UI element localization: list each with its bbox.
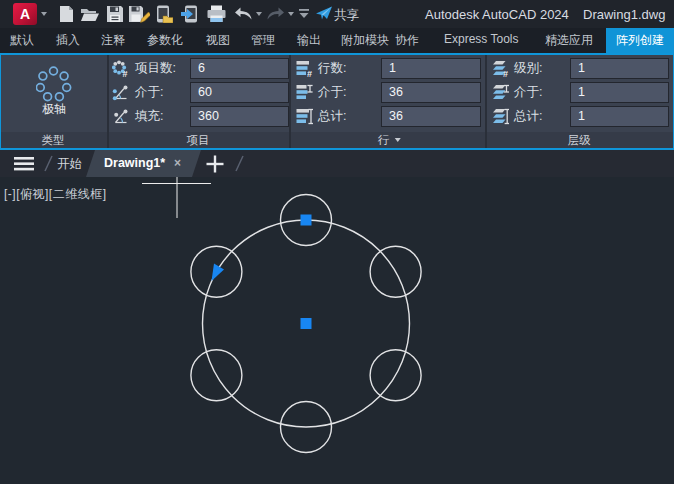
panel-title-levels-label: 层级 (568, 133, 591, 148)
row-count-label: 行数: (318, 58, 346, 79)
tab-addins[interactable]: 附加模块 (341, 32, 389, 49)
start-tab[interactable]: 开始 (57, 156, 82, 173)
save-icon[interactable] (106, 5, 125, 23)
level-count-input[interactable]: 1 (570, 58, 669, 79)
panel-title-levels[interactable]: 层级 (568, 132, 591, 148)
grip-direction-arrow[interactable] (212, 264, 225, 282)
redo-dropdown-icon[interactable] (288, 12, 294, 16)
angle-between-icon (112, 84, 129, 101)
svg-text:#: # (503, 69, 508, 78)
items-fill-angle-label: 填充: (135, 106, 163, 127)
level-total-label: 总计: (514, 106, 542, 127)
panel-title-items[interactable]: 项目 (187, 132, 210, 148)
new-tab-icon[interactable] (205, 154, 225, 174)
panel-divider (485, 55, 487, 148)
redo-icon[interactable] (265, 5, 287, 23)
undo-icon[interactable] (232, 5, 254, 23)
panel-title-type-label: 类型 (42, 133, 65, 148)
logo-dropdown-icon[interactable] (41, 12, 47, 16)
polar-button-label: 极轴 (1, 101, 107, 118)
tab-close-icon[interactable]: × (174, 156, 181, 170)
polar-array-type-button[interactable]: 极轴 (1, 55, 107, 132)
panel-title-rows[interactable]: 行 (378, 132, 401, 148)
row-between-icon (296, 84, 313, 101)
ribbon-tab-bar: 默认 插入 注释 参数化 视图 管理 输出 附加模块 协作 Express To… (0, 28, 674, 53)
fill-angle-icon (112, 108, 129, 125)
doc-title: Drawing1.dwg (583, 7, 665, 22)
row-count-input[interactable]: 1 (381, 58, 481, 79)
autocad-logo[interactable]: A (13, 3, 37, 25)
level-spacing-input[interactable]: 1 (570, 82, 669, 103)
svg-text:#: # (307, 69, 312, 78)
panel-divider (107, 55, 109, 148)
tab-collaborate[interactable]: 协作 (395, 32, 419, 49)
save-as-icon[interactable] (128, 5, 150, 23)
items-fill-angle-input[interactable]: 360 (190, 106, 289, 127)
share-icon[interactable] (315, 5, 333, 23)
crosshair-cursor (142, 177, 211, 218)
row-total-icon (296, 108, 313, 125)
items-count-label: 项目数: (135, 58, 176, 79)
tab-separator (231, 155, 249, 172)
open-web-mobile-icon[interactable] (154, 5, 173, 23)
new-file-icon[interactable] (57, 5, 76, 23)
panel-title-rows-label: 行 (378, 133, 390, 148)
drawing-canvas[interactable]: [-][俯视][二维线框] (0, 177, 674, 484)
row-count-icon: # (296, 60, 313, 77)
items-count-input[interactable]: 6 (190, 58, 289, 79)
tab-insert[interactable]: 插入 (56, 32, 80, 49)
save-web-mobile-icon[interactable] (180, 5, 199, 23)
tab-default[interactable]: 默认 (10, 32, 34, 49)
grip-square[interactable] (301, 215, 312, 226)
plot-icon[interactable] (206, 5, 227, 23)
panel-title-type[interactable]: 类型 (42, 132, 65, 148)
row-total-label: 总计: (318, 106, 346, 127)
rows-panel-dropdown-icon (394, 138, 400, 142)
row-spacing-label: 介于: (318, 82, 346, 103)
polar-array-drawing (0, 177, 674, 484)
tab-express-tools[interactable]: Express Tools (444, 32, 518, 46)
level-spacing-label: 介于: (514, 82, 542, 103)
tab-array-creation-active[interactable]: 阵列创建 (606, 28, 674, 53)
tab-separator (40, 155, 58, 172)
grip-square[interactable] (301, 318, 312, 329)
tab-annotate[interactable]: 注释 (101, 32, 125, 49)
level-count-label: 级别: (514, 58, 542, 79)
tab-manage[interactable]: 管理 (251, 32, 275, 49)
qat-customize-icon[interactable] (298, 9, 310, 19)
row-spacing-input[interactable]: 36 (381, 82, 481, 103)
tab-view[interactable]: 视图 (206, 32, 230, 49)
open-file-icon[interactable] (80, 5, 99, 23)
undo-dropdown-icon[interactable] (256, 12, 262, 16)
tab-output[interactable]: 输出 (297, 32, 321, 49)
hamburger-icon[interactable] (14, 157, 34, 171)
level-count-icon: # (492, 60, 509, 77)
items-angle-between-label: 介于: (135, 82, 163, 103)
file-tab-bar: 开始 Drawing1* × (0, 150, 674, 177)
items-count-icon: # (112, 60, 129, 77)
tab-featured-apps[interactable]: 精选应用 (545, 32, 593, 49)
polar-array-icon (36, 60, 76, 104)
drawing-tab-label: Drawing1* (104, 156, 165, 170)
tab-parametric[interactable]: 参数化 (147, 32, 183, 49)
panel-divider (289, 55, 291, 148)
app-title: Autodesk AutoCAD 2024 (425, 7, 569, 22)
drawing-tab-active[interactable]: Drawing1* × (86, 150, 201, 177)
level-total-icon (492, 108, 509, 125)
panel-title-items-label: 项目 (187, 133, 210, 148)
items-angle-between-input[interactable]: 60 (190, 82, 289, 103)
title-bar: A (0, 0, 674, 28)
level-between-icon (492, 84, 509, 101)
level-total-input[interactable]: 1 (570, 106, 669, 127)
ribbon-array-creation: 极轴 类型 #项目数:6介于:60填充:360 项目 #行数:1介于:36总计:… (0, 53, 674, 150)
row-total-input[interactable]: 36 (381, 106, 481, 127)
svg-text:#: # (123, 69, 128, 78)
share-label[interactable]: 共享 (334, 7, 359, 24)
